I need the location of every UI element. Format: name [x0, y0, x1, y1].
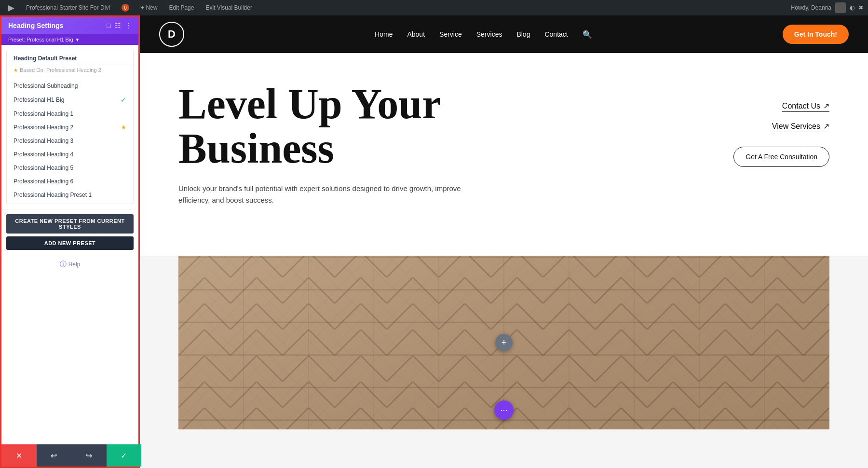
building-section: + ··· [178, 256, 829, 429]
nav-item-service[interactable]: Service [439, 30, 462, 38]
panel-header-icons: □ ☷ ⋮ [107, 22, 132, 29]
preset-item-heading4[interactable]: Professional Heading 4 [7, 148, 133, 161]
comment-count-item[interactable]: 0 [119, 0, 132, 15]
site-title[interactable]: Professional Starter Site For Divi [23, 0, 113, 15]
site-nav: Home About Service Services Blog Contact… [375, 30, 592, 39]
services-arrow-icon: ↗ [823, 122, 829, 131]
more-options-button[interactable]: ··· [494, 400, 514, 420]
preset-item-label: Professional Heading 3 [14, 138, 73, 144]
close-button[interactable]: ✕ [1, 444, 37, 467]
preset-bar[interactable]: Preset: Professional H1 Big ▼ [1, 34, 138, 45]
left-panel: Heading Settings □ ☷ ⋮ Preset: Professio… [0, 15, 140, 468]
dots-icon: ··· [500, 405, 507, 415]
menu-icon[interactable]: ⋮ [125, 22, 132, 29]
help-circle-icon: ⓘ [60, 260, 67, 269]
hero-content: Level Up Your Business Unlock your brand… [178, 82, 829, 206]
consultation-button[interactable]: Get A Free Consultation [733, 147, 829, 167]
nav-item-blog[interactable]: Blog [516, 30, 530, 38]
site-header: D Home About Service Services Blog Conta… [140, 15, 868, 53]
preset-list: Professional Subheading Professional H1 … [7, 77, 133, 204]
favorite-star-icon: ★ [121, 124, 126, 131]
admin-avatar[interactable] [835, 2, 846, 13]
add-element-button[interactable]: + [495, 334, 513, 351]
preset-item-preset1[interactable]: Professional Heading Preset 1 [7, 188, 133, 202]
panel-title: Heading Settings [8, 22, 63, 29]
view-services-link[interactable]: View Services ↗ [772, 122, 829, 132]
building-image: + ··· [178, 256, 829, 429]
howdy-text: Howdy, Deanna [791, 4, 832, 11]
view-services-label: View Services [772, 122, 820, 131]
preset-item-label: Professional Heading 2 [14, 124, 73, 131]
save-button[interactable]: ✓ [107, 444, 142, 467]
edit-page-item[interactable]: Edit Page [166, 0, 197, 15]
preset-item-heading2[interactable]: Professional Heading 2 ★ [7, 121, 133, 134]
redo-button[interactable]: ↪ [71, 444, 107, 467]
hero-description: Unlock your brand's full potential with … [178, 183, 477, 206]
nav-item-home[interactable]: Home [375, 30, 393, 38]
exit-icon[interactable]: ✖ [858, 4, 863, 11]
panel-help[interactable]: ⓘ Help [1, 255, 138, 274]
based-on-text: Based On: Professional Heading 2 [20, 67, 101, 73]
admin-bar: ▶ Professional Starter Site For Divi 0 +… [0, 0, 868, 15]
main-layout: Heading Settings □ ☷ ⋮ Preset: Professio… [0, 15, 868, 468]
star-icon: ★ [14, 68, 18, 73]
admin-bar-right: Howdy, Deanna ◐ ✖ [791, 2, 864, 13]
contact-arrow-icon: ↗ [823, 101, 829, 110]
website-preview: D Home About Service Services Blog Conta… [140, 15, 868, 468]
undo-icon: ↩ [51, 451, 57, 460]
preset-item-heading5[interactable]: Professional Heading 5 [7, 161, 133, 175]
preset-label: Preset: Professional H1 Big [8, 37, 73, 42]
screen-options-icon[interactable]: ◐ [850, 4, 854, 11]
preset-item-label: Professional Heading 6 [14, 178, 73, 185]
preset-chevron-icon: ▼ [75, 37, 80, 42]
nav-item-about[interactable]: About [407, 30, 425, 38]
preset-item-label: Professional Subheading [14, 83, 78, 89]
panel-buttons: Create New Preset From Current Styles Ad… [1, 209, 138, 255]
save-icon: ✓ [121, 451, 127, 460]
site-logo: D [159, 22, 184, 47]
exit-builder-item[interactable]: Exit Visual Builder [203, 0, 255, 15]
add-preset-button[interactable]: Add New Preset [6, 236, 134, 250]
preset-based-on: ★ Based On: Professional Heading 2 [7, 65, 133, 77]
nav-item-contact[interactable]: Contact [544, 30, 568, 38]
preset-item-label: Professional Heading 5 [14, 165, 73, 171]
contact-us-label: Contact Us [782, 102, 820, 110]
preset-item-subheading[interactable]: Professional Subheading [7, 79, 133, 93]
wp-logo[interactable]: ▶ [5, 0, 17, 15]
preset-section-header: Heading Default Preset [7, 50, 133, 65]
preset-item-h1big[interactable]: Professional H1 Big ✓ [7, 93, 133, 107]
grid-icon[interactable]: ☷ [115, 22, 121, 29]
create-preset-button[interactable]: Create New Preset From Current Styles [6, 214, 134, 234]
hero-links: Contact Us ↗ View Services ↗ Get A Free … [733, 101, 829, 167]
close-icon: ✕ [16, 451, 22, 460]
redo-icon: ↪ [86, 451, 92, 460]
preset-dropdown: Heading Default Preset ★ Based On: Profe… [6, 50, 134, 204]
comment-badge: 0 [122, 4, 129, 12]
preset-item-heading1[interactable]: Professional Heading 1 [7, 107, 133, 121]
plus-icon: + [502, 338, 507, 348]
bottom-toolbar: ✕ ↩ ↪ ✓ [1, 444, 141, 467]
new-item[interactable]: + New [138, 0, 160, 15]
site-cta-button[interactable]: Get In Touch! [783, 25, 849, 44]
help-label: Help [68, 261, 81, 268]
check-icon: ✓ [121, 96, 126, 104]
hero-section: Level Up Your Business Unlock your brand… [140, 53, 868, 256]
maximize-icon[interactable]: □ [107, 22, 111, 29]
nav-item-services[interactable]: Services [476, 30, 502, 38]
panel-header: Heading Settings □ ☷ ⋮ [1, 17, 138, 34]
preset-item-label: Professional Heading 4 [14, 151, 73, 158]
preset-item-label: Professional Heading 1 [14, 110, 73, 117]
preset-item-label: Professional Heading Preset 1 [14, 192, 92, 198]
undo-button[interactable]: ↩ [37, 444, 72, 467]
contact-us-link[interactable]: Contact Us ↗ [782, 101, 829, 112]
preset-item-heading6[interactable]: Professional Heading 6 [7, 175, 133, 188]
preset-item-heading3[interactable]: Professional Heading 3 [7, 134, 133, 148]
preset-item-label: Professional H1 Big [14, 96, 64, 103]
search-icon[interactable]: 🔍 [583, 30, 592, 39]
hero-title: Level Up Your Business [178, 82, 516, 171]
